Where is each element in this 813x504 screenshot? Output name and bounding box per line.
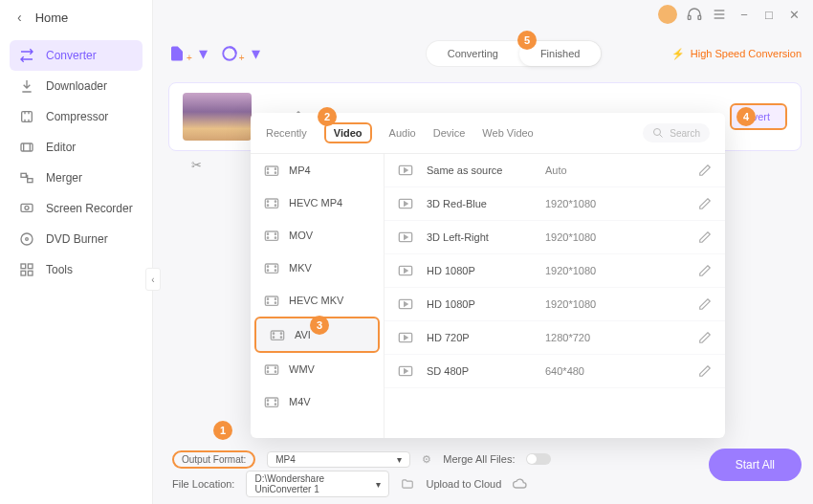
file-location-select[interactable]: D:\Wondershare UniConverter 1▾	[246, 471, 389, 497]
preset-icon	[398, 331, 413, 344]
svg-point-35	[267, 266, 268, 267]
svg-rect-9	[21, 204, 33, 211]
minimize-button[interactable]: −	[736, 7, 752, 22]
tour-badge-1: 1	[213, 421, 232, 440]
edit-preset-icon[interactable]	[698, 230, 712, 244]
sidebar-item-dvd-burner[interactable]: DVD Burner	[10, 224, 143, 254]
sidebar-item-downloader[interactable]: Downloader	[10, 71, 143, 101]
add-folder-button[interactable]: +▾	[221, 43, 260, 64]
format-item-wmv[interactable]: WMV	[251, 353, 384, 385]
svg-point-43	[275, 302, 275, 303]
format-search[interactable]: Search	[643, 123, 710, 142]
svg-point-46	[273, 337, 274, 338]
format-item-hevc-mp4[interactable]: HEVC MP4	[251, 186, 384, 219]
tab-device[interactable]: Device	[433, 127, 466, 139]
format-icon	[264, 164, 279, 177]
svg-marker-60	[405, 168, 407, 172]
merger-icon	[19, 170, 34, 186]
video-thumbnail[interactable]	[183, 93, 252, 141]
close-button[interactable]: ✕	[786, 7, 802, 22]
svg-point-50	[267, 367, 268, 368]
user-avatar[interactable]	[658, 5, 677, 24]
preset-item[interactable]: 3D Red-Blue1920*1080	[385, 187, 725, 221]
svg-point-28	[275, 205, 275, 206]
svg-rect-29	[265, 231, 277, 240]
svg-rect-24	[265, 199, 277, 208]
svg-point-37	[275, 266, 275, 267]
format-item-mkv[interactable]: MKV	[251, 252, 384, 284]
svg-point-22	[275, 168, 275, 169]
start-all-button[interactable]: Start All	[709, 449, 802, 481]
preset-item[interactable]: HD 1080P1920*1080	[385, 288, 725, 321]
svg-rect-44	[271, 331, 283, 340]
sidebar-item-compressor[interactable]: Compressor	[10, 101, 143, 132]
maximize-button[interactable]: □	[761, 7, 777, 22]
home-label: Home	[35, 11, 69, 25]
edit-preset-icon[interactable]	[698, 331, 712, 344]
sidebar-item-merger[interactable]: Merger	[10, 163, 143, 193]
svg-point-20	[267, 168, 268, 169]
add-file-button[interactable]: +▾	[168, 43, 208, 64]
tab-video[interactable]: Video	[324, 122, 372, 143]
tab-converting[interactable]: Converting	[427, 41, 519, 66]
svg-point-18	[654, 129, 661, 136]
svg-point-48	[280, 337, 281, 338]
preset-item[interactable]: HD 1080P1920*1080	[385, 254, 725, 288]
edit-preset-icon[interactable]	[698, 297, 712, 311]
sidebar-item-screen-recorder[interactable]: Screen Recorder	[10, 193, 143, 224]
svg-marker-66	[405, 269, 407, 273]
edit-preset-icon[interactable]	[698, 164, 712, 177]
tab-recently[interactable]: Recently	[266, 127, 307, 139]
format-item-hevc-mkv[interactable]: HEVC MKV	[251, 284, 384, 317]
preset-item[interactable]: SD 480P640*480	[385, 355, 725, 388]
edit-preset-icon[interactable]	[698, 264, 712, 277]
svg-marker-72	[405, 369, 407, 373]
trim-icon[interactable]: ✂	[191, 158, 202, 172]
merge-all-toggle[interactable]	[526, 453, 551, 465]
format-icon	[264, 395, 279, 408]
tour-badge-2: 2	[318, 107, 337, 126]
plus-icon: +	[239, 53, 245, 63]
svg-marker-62	[405, 202, 407, 206]
preset-item[interactable]: Same as sourceAuto	[385, 154, 725, 187]
open-folder-icon[interactable]	[401, 477, 414, 491]
high-speed-toggle[interactable]: ⚡High Speed Conversion	[671, 48, 802, 60]
merge-all-label: Merge All Files:	[443, 453, 515, 465]
sidebar-item-editor[interactable]: Editor	[10, 132, 143, 163]
format-icon	[264, 261, 279, 274]
svg-rect-39	[265, 296, 277, 305]
svg-point-47	[280, 333, 281, 334]
bolt-icon: ⚡	[671, 48, 685, 60]
edit-preset-icon[interactable]	[698, 364, 712, 378]
svg-point-10	[25, 206, 29, 209]
headset-icon[interactable]	[687, 7, 702, 22]
preset-item[interactable]: 3D Left-Right1920*1080	[385, 221, 725, 254]
menu-icon[interactable]	[712, 7, 727, 22]
format-icon	[270, 328, 285, 341]
svg-point-25	[267, 201, 268, 202]
tools-icon	[19, 262, 34, 277]
home-nav[interactable]: ‹ Home	[0, 0, 152, 34]
format-item-mov[interactable]: MOV	[251, 219, 384, 252]
preset-icon	[398, 230, 413, 244]
svg-point-53	[275, 371, 275, 372]
edit-preset-icon[interactable]	[698, 197, 712, 210]
sidebar-item-converter[interactable]: Converter	[10, 40, 143, 71]
sidebar-item-tools[interactable]: Tools	[10, 254, 143, 285]
format-icon	[264, 362, 279, 376]
merge-settings-icon[interactable]: ⚙	[422, 453, 431, 466]
preset-item[interactable]: HD 720P1280*720	[385, 321, 725, 355]
collapse-sidebar-button[interactable]: ‹	[145, 268, 161, 291]
tab-audio[interactable]: Audio	[389, 127, 416, 139]
svg-rect-13	[21, 264, 26, 269]
svg-point-23	[275, 172, 275, 173]
svg-marker-68	[405, 302, 407, 306]
svg-point-52	[275, 367, 275, 368]
cloud-icon[interactable]	[513, 476, 528, 492]
compressor-icon	[19, 109, 34, 124]
preset-icon	[398, 297, 413, 311]
output-format-select[interactable]: MP4▾	[267, 451, 410, 468]
format-item-mp4[interactable]: MP4	[251, 154, 384, 186]
tab-webvideo[interactable]: Web Video	[482, 127, 533, 139]
format-item-m4v[interactable]: M4V	[251, 385, 384, 418]
